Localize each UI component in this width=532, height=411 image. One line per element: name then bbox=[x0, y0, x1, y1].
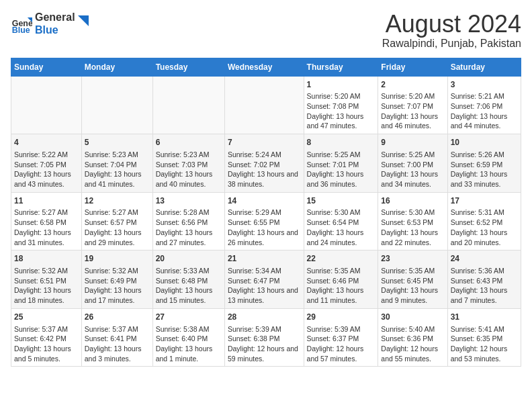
daylight-text: Daylight: 13 hours and 20 minutes. bbox=[451, 228, 518, 247]
sunrise-text: Sunrise: 5:30 AM bbox=[381, 208, 444, 218]
calendar-cell: 30Sunrise: 5:40 AMSunset: 6:36 PMDayligh… bbox=[378, 308, 447, 367]
daylight-text: Daylight: 13 hours and 7 minutes. bbox=[451, 285, 518, 305]
day-number: 21 bbox=[228, 253, 301, 265]
sunrise-text: Sunrise: 5:39 AM bbox=[228, 324, 301, 334]
calendar-cell: 15Sunrise: 5:30 AMSunset: 6:54 PMDayligh… bbox=[304, 192, 378, 250]
sunrise-text: Sunrise: 5:34 AM bbox=[228, 266, 301, 276]
sunset-text: Sunset: 6:57 PM bbox=[85, 218, 150, 228]
daylight-text: Daylight: 13 hours and 33 minutes. bbox=[451, 169, 518, 189]
day-header-sunday: Sunday bbox=[11, 58, 82, 76]
sunrise-text: Sunrise: 5:36 AM bbox=[451, 266, 518, 276]
day-number: 6 bbox=[156, 137, 222, 148]
sunset-text: Sunset: 6:59 PM bbox=[451, 160, 518, 170]
daylight-text: Daylight: 13 hours and 5 minutes. bbox=[14, 344, 79, 363]
daylight-text: Daylight: 13 hours and 9 minutes. bbox=[381, 285, 444, 305]
calendar-cell: 26Sunrise: 5:37 AMSunset: 6:41 PMDayligh… bbox=[81, 308, 152, 367]
daylight-text: Daylight: 13 hours and 29 minutes. bbox=[85, 228, 150, 247]
day-header-tuesday: Tuesday bbox=[152, 58, 224, 76]
day-number: 13 bbox=[156, 195, 222, 207]
sunset-text: Sunset: 6:53 PM bbox=[381, 218, 444, 228]
day-number: 19 bbox=[85, 253, 150, 265]
calendar-cell bbox=[11, 76, 82, 134]
sunrise-text: Sunrise: 5:38 AM bbox=[156, 324, 222, 334]
logo-general: General bbox=[35, 11, 75, 24]
daylight-text: Daylight: 13 hours and 31 minutes. bbox=[14, 228, 79, 247]
calendar-cell: 12Sunrise: 5:27 AMSunset: 6:57 PMDayligh… bbox=[81, 192, 152, 250]
sunset-text: Sunset: 6:45 PM bbox=[381, 276, 444, 286]
sunrise-text: Sunrise: 5:23 AM bbox=[85, 150, 150, 160]
sunrise-text: Sunrise: 5:30 AM bbox=[307, 208, 375, 218]
day-number: 12 bbox=[85, 195, 150, 207]
calendar-cell: 3Sunrise: 5:21 AMSunset: 7:06 PMDaylight… bbox=[447, 76, 521, 134]
calendar-cell: 22Sunrise: 5:35 AMSunset: 6:46 PMDayligh… bbox=[304, 250, 378, 309]
calendar-cell: 7Sunrise: 5:24 AMSunset: 7:02 PMDaylight… bbox=[224, 134, 304, 193]
daylight-text: Daylight: 13 hours and 17 minutes. bbox=[85, 285, 150, 305]
sunset-text: Sunset: 6:56 PM bbox=[156, 218, 222, 228]
sunrise-text: Sunrise: 5:21 AM bbox=[451, 91, 518, 101]
sunrise-text: Sunrise: 5:37 AM bbox=[14, 324, 79, 334]
sunset-text: Sunset: 6:52 PM bbox=[451, 218, 518, 228]
day-number: 26 bbox=[85, 312, 150, 323]
days-header-row: SundayMondayTuesdayWednesdayThursdayFrid… bbox=[11, 58, 521, 76]
daylight-text: Daylight: 13 hours and 24 minutes. bbox=[307, 228, 375, 247]
calendar-cell: 16Sunrise: 5:30 AMSunset: 6:53 PMDayligh… bbox=[378, 192, 447, 250]
daylight-text: Daylight: 13 hours and 15 minutes. bbox=[156, 285, 222, 305]
calendar-table: SundayMondayTuesdayWednesdayThursdayFrid… bbox=[11, 58, 521, 367]
sunrise-text: Sunrise: 5:26 AM bbox=[451, 150, 518, 160]
sunrise-text: Sunrise: 5:37 AM bbox=[85, 324, 150, 334]
calendar-cell bbox=[81, 76, 152, 134]
sunset-text: Sunset: 7:07 PM bbox=[381, 101, 444, 111]
day-header-thursday: Thursday bbox=[304, 58, 378, 76]
daylight-text: Daylight: 13 hours and 44 minutes. bbox=[451, 111, 518, 131]
daylight-text: Daylight: 13 hours and 34 minutes. bbox=[381, 169, 444, 189]
week-row-2: 4Sunrise: 5:22 AMSunset: 7:05 PMDaylight… bbox=[11, 134, 521, 193]
day-header-monday: Monday bbox=[81, 58, 152, 76]
calendar-cell: 19Sunrise: 5:32 AMSunset: 6:49 PMDayligh… bbox=[81, 250, 152, 309]
day-number: 2 bbox=[381, 79, 444, 91]
sunset-text: Sunset: 6:54 PM bbox=[307, 218, 375, 228]
daylight-text: Daylight: 13 hours and 18 minutes. bbox=[14, 285, 79, 305]
calendar-cell: 18Sunrise: 5:32 AMSunset: 6:51 PMDayligh… bbox=[11, 250, 82, 309]
sunrise-text: Sunrise: 5:41 AM bbox=[451, 324, 518, 334]
day-number: 8 bbox=[307, 137, 375, 148]
daylight-text: Daylight: 13 hours and 13 minutes. bbox=[228, 285, 301, 305]
day-number: 28 bbox=[228, 312, 301, 323]
logo: General Blue General Blue bbox=[11, 11, 89, 36]
calendar-cell: 11Sunrise: 5:27 AMSunset: 6:58 PMDayligh… bbox=[11, 192, 82, 250]
daylight-text: Daylight: 12 hours and 53 minutes. bbox=[451, 344, 518, 363]
day-number: 17 bbox=[451, 195, 518, 207]
day-number: 4 bbox=[14, 137, 79, 148]
sunrise-text: Sunrise: 5:31 AM bbox=[451, 208, 518, 218]
calendar-cell: 4Sunrise: 5:22 AMSunset: 7:05 PMDaylight… bbox=[11, 134, 82, 193]
subtitle: Rawalpindi, Punjab, Pakistan bbox=[382, 38, 521, 50]
sunset-text: Sunset: 6:48 PM bbox=[156, 276, 222, 286]
calendar-cell bbox=[152, 76, 224, 134]
daylight-text: Daylight: 13 hours and 40 minutes. bbox=[156, 169, 222, 189]
calendar-cell: 8Sunrise: 5:25 AMSunset: 7:01 PMDaylight… bbox=[304, 134, 378, 193]
sunrise-text: Sunrise: 5:35 AM bbox=[307, 266, 375, 276]
sunset-text: Sunset: 7:04 PM bbox=[85, 160, 150, 170]
daylight-text: Daylight: 12 hours and 59 minutes. bbox=[228, 344, 301, 363]
daylight-text: Daylight: 13 hours and 38 minutes. bbox=[228, 169, 301, 189]
sunrise-text: Sunrise: 5:20 AM bbox=[307, 91, 375, 101]
sunset-text: Sunset: 7:01 PM bbox=[307, 160, 375, 170]
day-number: 10 bbox=[451, 137, 518, 148]
sunrise-text: Sunrise: 5:27 AM bbox=[85, 208, 150, 218]
sunset-text: Sunset: 6:46 PM bbox=[307, 276, 375, 286]
day-number: 29 bbox=[307, 312, 375, 323]
day-number: 15 bbox=[307, 195, 375, 207]
day-number: 16 bbox=[381, 195, 444, 207]
sunset-text: Sunset: 6:43 PM bbox=[451, 276, 518, 286]
day-number: 14 bbox=[228, 195, 301, 207]
sunset-text: Sunset: 7:06 PM bbox=[451, 101, 518, 111]
calendar-cell bbox=[224, 76, 304, 134]
daylight-text: Daylight: 13 hours and 1 minute. bbox=[156, 344, 222, 363]
calendar-cell: 29Sunrise: 5:39 AMSunset: 6:37 PMDayligh… bbox=[304, 308, 378, 367]
calendar-cell: 28Sunrise: 5:39 AMSunset: 6:38 PMDayligh… bbox=[224, 308, 304, 367]
sunrise-text: Sunrise: 5:23 AM bbox=[156, 150, 222, 160]
calendar-cell: 21Sunrise: 5:34 AMSunset: 6:47 PMDayligh… bbox=[224, 250, 304, 309]
sunset-text: Sunset: 6:40 PM bbox=[156, 334, 222, 344]
calendar-cell: 13Sunrise: 5:28 AMSunset: 6:56 PMDayligh… bbox=[152, 192, 224, 250]
sunrise-text: Sunrise: 5:24 AM bbox=[228, 150, 301, 160]
daylight-text: Daylight: 13 hours and 26 minutes. bbox=[228, 228, 301, 247]
